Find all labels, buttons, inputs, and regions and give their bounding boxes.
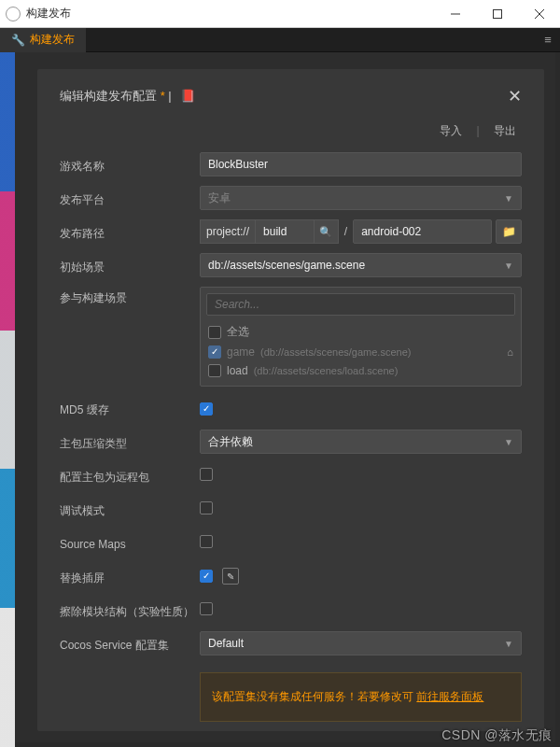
service-panel-link[interactable]: 前往服务面板 <box>416 690 483 703</box>
remote-checkbox[interactable] <box>200 468 213 481</box>
warning-box: 该配置集没有集成任何服务！若要修改可 前往服务面板 <box>200 672 522 722</box>
chevron-down-icon: ▼ <box>504 261 513 271</box>
label-erase: 擦除模块结构（实验性质） <box>60 600 200 620</box>
splash-checkbox[interactable] <box>200 570 213 583</box>
scene-game-checkbox <box>208 345 221 359</box>
chevron-down-icon: ▼ <box>504 193 513 204</box>
docs-icon[interactable]: 📕 <box>180 89 195 103</box>
maximize-button[interactable] <box>476 0 518 28</box>
label-splash: 替换插屏 <box>60 567 200 586</box>
chevron-down-icon: ▼ <box>504 437 513 447</box>
path-build-input[interactable] <box>255 219 315 244</box>
scenes-search-input[interactable] <box>206 293 515 316</box>
label-md5: MD5 缓存 <box>60 399 200 418</box>
import-link[interactable]: 导入 <box>440 124 462 137</box>
label-start-scene: 初始场景 <box>60 256 200 275</box>
watermark: CSDN @落水无痕 <box>441 727 553 744</box>
label-debug: 调试模式 <box>60 500 200 519</box>
window-titlebar: 构建发布 <box>0 0 560 28</box>
path-prefix: project:// <box>200 219 255 244</box>
search-path-icon[interactable]: 🔍 <box>315 219 339 244</box>
edit-splash-icon[interactable]: ✎ <box>222 568 239 585</box>
scene-row-load[interactable]: load (db://assets/scenes/load.scene) <box>206 361 515 380</box>
md5-checkbox[interactable] <box>200 402 213 416</box>
app-icon <box>6 7 21 21</box>
scene-load-checkbox[interactable] <box>208 364 221 377</box>
game-name-input[interactable] <box>200 152 522 176</box>
folder-icon[interactable]: 📁 <box>496 219 522 244</box>
scenes-box: 全选 game (db://assets/scenes/game.scene) … <box>200 287 522 387</box>
label-path: 发布路径 <box>60 222 200 242</box>
tab-label: 构建发布 <box>30 32 75 48</box>
menu-icon[interactable]: ≡ <box>536 28 560 52</box>
cocos-service-select[interactable]: Default▼ <box>200 631 522 655</box>
debug-checkbox[interactable] <box>200 501 213 514</box>
decorative-strip <box>0 52 15 747</box>
wrench-icon: 🔧 <box>11 34 25 47</box>
label-game-name: 游戏名称 <box>60 155 200 175</box>
chevron-down-icon: ▼ <box>504 639 513 649</box>
main-compress-select[interactable]: 合并依赖▼ <box>200 430 522 454</box>
select-all-checkbox[interactable] <box>208 326 221 339</box>
select-all-row[interactable]: 全选 <box>206 321 515 343</box>
tab-build[interactable]: 🔧 构建发布 <box>0 28 86 52</box>
close-panel-button[interactable]: ✕ <box>508 86 522 106</box>
label-main-compress: 主包压缩类型 <box>60 432 200 452</box>
tab-bar: 🔧 构建发布 ≡ <box>0 28 560 52</box>
minimize-button[interactable] <box>434 0 476 28</box>
erase-checkbox[interactable] <box>200 602 213 615</box>
export-link[interactable]: 导出 <box>494 124 516 137</box>
scene-row-game: game (db://assets/scenes/game.scene) ⌂ <box>206 343 515 361</box>
home-icon[interactable]: ⌂ <box>507 346 513 358</box>
label-platform: 发布平台 <box>60 189 200 208</box>
panel-title: 编辑构建发布配置 * | 📕 <box>60 88 195 105</box>
close-window-button[interactable] <box>518 0 560 28</box>
svg-rect-1 <box>493 9 501 18</box>
start-scene-select[interactable]: db://assets/scenes/game.scene▼ <box>200 253 522 277</box>
label-source-maps: Source Maps <box>60 534 200 551</box>
source-maps-checkbox[interactable] <box>200 535 213 548</box>
label-scenes: 参与构建场景 <box>60 287 200 306</box>
platform-select[interactable]: 安卓▼ <box>200 186 522 210</box>
label-remote: 配置主包为远程包 <box>60 466 200 486</box>
path-config-input[interactable] <box>353 219 492 244</box>
window-title: 构建发布 <box>26 6 434 21</box>
build-config-panel: 编辑构建发布配置 * | 📕 ✕ 导入 | 导出 游戏名称 发布平台 安卓▼ 发… <box>37 69 544 731</box>
label-cocos-service: Cocos Service 配置集 <box>60 634 200 654</box>
